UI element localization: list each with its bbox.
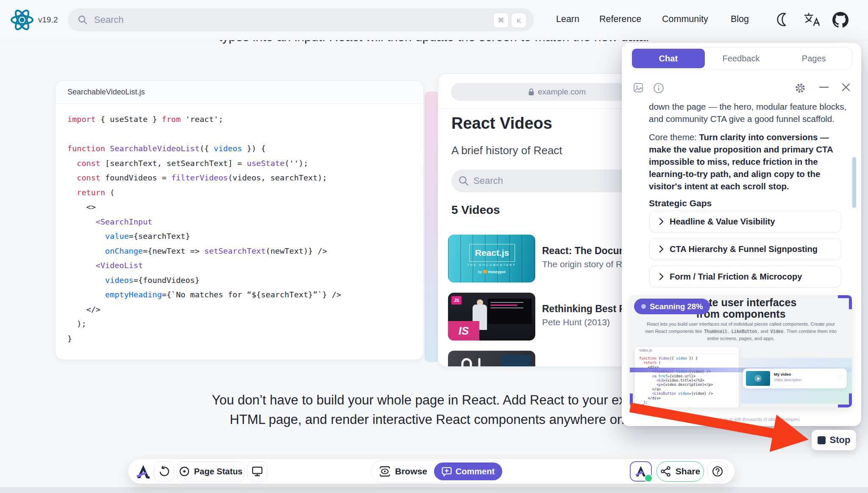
- videos-page-subtitle: A brief history of React: [451, 144, 562, 157]
- nav-link-learn[interactable]: Learn: [556, 14, 579, 25]
- preview-code-content: function Video({ video }) { return ( <di…: [635, 354, 739, 407]
- code-line: emptyHeading={`No matches for “${searchT…: [67, 290, 423, 305]
- chevron-right-icon: [659, 218, 664, 225]
- search-input[interactable]: Search ⌘ K: [68, 8, 534, 31]
- version-label[interactable]: v19.2: [38, 15, 58, 25]
- screenshot-image-icon[interactable]: [633, 83, 643, 93]
- app-logo-icon[interactable]: [135, 464, 151, 480]
- code-filename: SearchableVideoList.js: [67, 88, 145, 97]
- comment-label: Comment: [456, 467, 495, 476]
- preview-video-thumbnail: [746, 371, 770, 386]
- close-icon[interactable]: [841, 83, 851, 92]
- videos-page-title: React Videos: [451, 114, 552, 133]
- page-status-label: Page Status: [194, 467, 242, 476]
- selection-bracket-icon: [838, 393, 852, 407]
- share-icon: [660, 466, 671, 477]
- dark-mode-moon-icon[interactable]: [776, 12, 791, 27]
- online-status-dot: [644, 474, 653, 482]
- stop-square-icon: [818, 436, 826, 444]
- refresh-icon: [159, 466, 170, 477]
- scanning-label: Scanning 28%: [650, 302, 703, 311]
- scanning-dot-icon: [641, 304, 646, 309]
- code-line: <h3>{video.title}</h3>: [639, 378, 739, 382]
- code-content[interactable]: import { useState } from 'react';functio…: [56, 104, 423, 349]
- tab-chat[interactable]: Chat: [632, 49, 705, 68]
- page-status-icon: [179, 466, 190, 477]
- thumb-byline: by Honeypot: [448, 270, 535, 274]
- decorative-gradient-strip: [425, 91, 439, 362]
- github-icon[interactable]: [832, 12, 849, 28]
- code-line: </>: [67, 305, 423, 320]
- browse-button[interactable]: Browse: [379, 466, 427, 477]
- refresh-button[interactable]: [154, 461, 174, 482]
- nav-link-reference[interactable]: Reference: [599, 14, 641, 25]
- chat-tabbar: Chat Feedback Pages: [630, 47, 852, 70]
- code-line: function Video({ video }) {: [639, 356, 739, 360]
- video-count: 5 Videos: [451, 203, 500, 217]
- code-line: <LikeButton video={video} />: [639, 391, 739, 396]
- browse-comment-group: Browse Comment: [371, 460, 497, 483]
- tab-pages[interactable]: Pages: [777, 49, 850, 68]
- help-button[interactable]: [707, 461, 728, 482]
- thumb-title: React.js: [475, 248, 509, 258]
- insight-accordion-list: Headline & Value Visibility CTA Hierarch…: [649, 210, 841, 288]
- comment-plus-icon: [442, 466, 452, 476]
- chevron-right-icon: [659, 273, 664, 280]
- minimize-icon[interactable]: [819, 86, 829, 89]
- code-file-tab[interactable]: SearchableVideoList.js: [56, 81, 423, 104]
- code-line: return (: [67, 188, 423, 203]
- code-line: }: [639, 404, 739, 407]
- js-badge: JS: [451, 296, 462, 305]
- top-navbar: v19.2 Search ⌘ K Learn Reference Communi…: [0, 0, 868, 40]
- code-line: import { useState } from 'react';: [67, 115, 423, 130]
- share-button[interactable]: Share: [657, 461, 704, 482]
- preview-video-desc: Video description: [774, 378, 801, 382]
- tab-feedback[interactable]: Feedback: [705, 49, 778, 68]
- code-line: const foundVideos = filterVideos(videos,…: [67, 173, 423, 188]
- browse-eye-icon: [379, 466, 391, 477]
- scrollbar-thumb[interactable]: [852, 157, 856, 208]
- code-line: onChange={newText => setSearchText(newTe…: [67, 246, 423, 261]
- gear-icon[interactable]: [795, 83, 806, 94]
- chat-message-area: down the page — the hero, modular featur…: [649, 100, 847, 216]
- preview-video-card: My video Video description ♡: [743, 368, 847, 388]
- code-line: const [searchText, setSearchText] = useS…: [67, 159, 423, 174]
- info-icon[interactable]: [653, 83, 664, 94]
- translate-icon[interactable]: [804, 12, 821, 27]
- viewport-button[interactable]: [247, 461, 267, 482]
- accordion-label: CTA Hierarchy & Funnel Signposting: [670, 244, 818, 254]
- react-logo-icon[interactable]: [10, 8, 34, 32]
- monitor-icon: [252, 466, 263, 476]
- heart-icon: ♡: [836, 374, 842, 381]
- insight-accordion-item[interactable]: CTA Hierarchy & Funnel Signposting: [649, 238, 841, 260]
- page-status-button[interactable]: Page Status: [177, 461, 245, 482]
- code-line: );: [67, 319, 423, 334]
- videos-search-placeholder: Search: [473, 175, 503, 186]
- strategic-gaps-heading: Strategic Gaps: [649, 198, 847, 208]
- react-dev-page: types into an input. React will then upd…: [0, 0, 868, 493]
- scanning-badge: Scanning 28%: [634, 299, 710, 314]
- video-thumbnail: React.js THE DOCUMENTARY by Honeypot: [448, 235, 535, 283]
- preview-code-filename: Video.js: [639, 348, 652, 352]
- share-label: Share: [676, 466, 700, 476]
- accordion-label: Form / Trial Friction & Microcopy: [670, 272, 802, 282]
- video-thumbnail: [448, 351, 535, 367]
- browse-label: Browse: [395, 466, 427, 476]
- video-thumbnail: JS IS: [448, 293, 535, 341]
- nav-link-community[interactable]: Community: [662, 14, 708, 25]
- code-line: <VideoList: [67, 261, 423, 276]
- preview-video-title: My video: [774, 372, 791, 377]
- stop-button[interactable]: Stop: [812, 430, 856, 450]
- search-icon: [78, 15, 87, 25]
- code-line: }: [67, 334, 423, 349]
- agent-button[interactable]: [630, 461, 652, 482]
- code-line: videos={foundVideos}: [67, 276, 423, 291]
- nav-link-blog[interactable]: Blog: [731, 14, 749, 25]
- insight-accordion-item[interactable]: Form / Trial Friction & Microcopy: [649, 266, 841, 288]
- lock-icon: [528, 88, 534, 96]
- help-icon: [712, 465, 723, 477]
- search-placeholder: Search: [94, 14, 124, 25]
- insight-accordion-item[interactable]: Headline & Value Visibility: [649, 210, 841, 233]
- comment-button[interactable]: Comment: [434, 463, 502, 480]
- stop-label: Stop: [830, 435, 851, 446]
